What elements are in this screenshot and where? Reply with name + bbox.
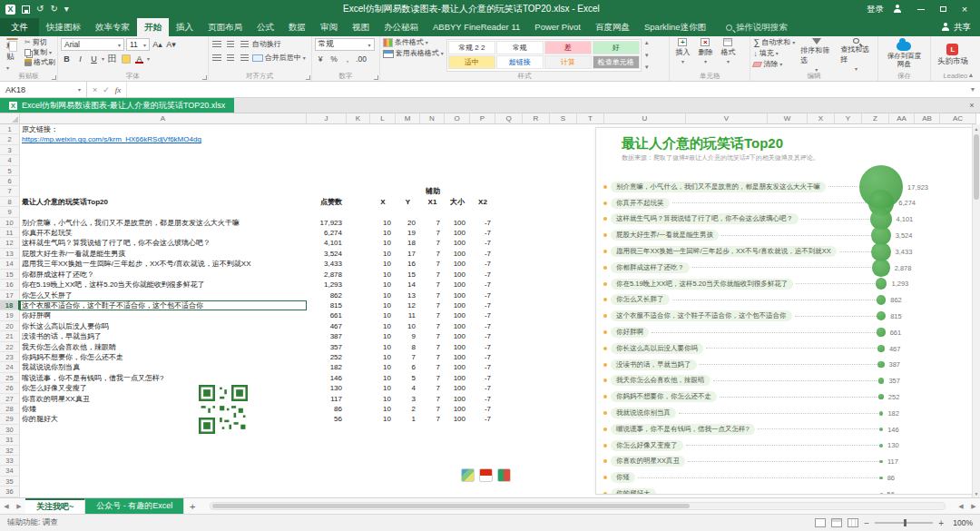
aux-cell-25-0[interactable]: 10 (370, 373, 396, 383)
row-header-14[interactable]: 14 (0, 259, 20, 269)
percent-format-button[interactable]: % (328, 53, 340, 64)
zoom-slider[interactable] (875, 522, 933, 524)
hscroll-left-icon[interactable]: ◀ (955, 498, 967, 514)
aux-cell-24-3[interactable]: 100 (445, 362, 470, 372)
row-header-31[interactable]: 31 (0, 435, 20, 445)
aux-cell-26-0[interactable]: 10 (370, 383, 396, 393)
row-header-25[interactable]: 25 (0, 373, 20, 383)
column-header-P[interactable]: P (470, 113, 495, 124)
aux-cell-12-4[interactable]: -7 (470, 238, 495, 248)
cell-K28[interactable] (347, 404, 370, 414)
aux-cell-15-2[interactable]: 7 (420, 270, 445, 280)
underline-button[interactable]: U (88, 53, 100, 64)
cell-J33[interactable] (307, 456, 347, 466)
aux-cell-16-2[interactable]: 7 (420, 280, 445, 290)
select-all-button[interactable] (0, 113, 20, 124)
zoom-in-button[interactable]: + (938, 518, 944, 528)
row-header-1[interactable]: 1 (0, 124, 20, 134)
name-box[interactable]: AK18 ▾ (0, 82, 87, 97)
aux-cell-17-0[interactable]: 10 (370, 290, 396, 300)
cell-A10[interactable]: 别介意嘛，小气什么，我们又不是故意的，都是朋友发这么大火干嘛 (20, 218, 307, 228)
cell-J1[interactable] (307, 124, 347, 134)
cell-style-2[interactable]: 差 (544, 41, 592, 54)
cell-K9[interactable] (347, 207, 370, 217)
enter-formula-icon[interactable]: ✓ (103, 85, 110, 94)
cell-K1[interactable] (347, 124, 370, 134)
ribbon-tab-3[interactable]: 开始 (137, 18, 169, 36)
aux-cell-25-2[interactable]: 7 (420, 373, 445, 383)
cell-A31[interactable] (20, 435, 307, 445)
comma-format-button[interactable]: , (342, 53, 354, 64)
format-as-table-button[interactable]: 套用表格格式 ▾ (383, 49, 444, 58)
cell-A21[interactable]: 没读书的话，早就当妈了 (20, 331, 307, 341)
aux-cell-27-1[interactable]: 3 (396, 394, 420, 404)
scroll-down-icon[interactable]: ▼ (973, 489, 980, 497)
alignment-dialog-launcher-icon[interactable] (306, 75, 310, 80)
formula-input[interactable] (127, 82, 965, 97)
aux-cell-10-2[interactable]: 7 (420, 218, 445, 228)
column-header-M[interactable]: M (396, 113, 420, 124)
row-header-17[interactable]: 17 (0, 290, 20, 300)
sheet-nav-right-icon[interactable]: ▶ (13, 498, 25, 514)
cell-A20[interactable]: 你长这么高以后没人要你吗 (20, 321, 307, 331)
column-header-Z[interactable]: Z (862, 113, 889, 124)
sign-in-button[interactable]: 登录 (867, 4, 884, 15)
aux-cell-16-0[interactable]: 10 (370, 280, 396, 290)
cell-K10[interactable] (347, 218, 370, 228)
aux-cell-24-0[interactable]: 10 (370, 362, 396, 372)
cell-A25[interactable]: 嘴说谎事，你不是有钱吗，借我一点又怎样? (20, 373, 307, 383)
column-header-N[interactable]: N (420, 113, 445, 124)
aux-cell-29-0[interactable]: 10 (370, 414, 396, 424)
row-header-2[interactable]: 2 (0, 134, 20, 144)
font-name-select[interactable]: Arial▾ (61, 38, 124, 51)
column-header-Q[interactable]: Q (495, 113, 523, 124)
aux-cell-21-2[interactable]: 7 (420, 331, 445, 341)
leadleo-button[interactable]: L 头韵市场 (934, 38, 972, 72)
aux-cell-21-4[interactable]: -7 (470, 331, 495, 341)
aux-cell-21-1[interactable]: 9 (396, 331, 420, 341)
aux-cell-23-2[interactable]: 7 (420, 352, 445, 362)
ribbon-tab-7[interactable]: 数据 (281, 18, 313, 36)
row-header-21[interactable]: 21 (0, 331, 20, 341)
formula-bar-expand-icon[interactable]: ▼ (965, 82, 980, 97)
cell-A28[interactable]: 你矮 (20, 404, 307, 414)
aux-cell-26-2[interactable]: 7 (420, 383, 445, 393)
save-to-baidu-button[interactable]: 保存到百度网盘 (881, 38, 927, 72)
column-header-S[interactable]: S (550, 113, 577, 124)
cell-A7[interactable] (20, 186, 307, 196)
cell-J36[interactable] (307, 487, 347, 497)
cell-K32[interactable] (347, 446, 370, 456)
cell-A27[interactable]: 你喜欢的明星XX真丑 (20, 394, 307, 404)
cell-A18[interactable]: 这个衣服不适合你，这个鞋子不适合你，这个包不适合你 (20, 300, 307, 310)
gallery-more-icon[interactable]: ▼ (644, 64, 650, 70)
column-header-O[interactable]: O (445, 113, 470, 124)
aux-cell-28-3[interactable]: 100 (445, 404, 470, 414)
delete-cells-button[interactable]: ×删除▾ (695, 38, 715, 72)
cell-K24[interactable] (347, 362, 370, 372)
cancel-formula-icon[interactable]: × (93, 85, 97, 94)
aux-cell-13-0[interactable]: 10 (370, 249, 396, 259)
row-header-36[interactable]: 36 (0, 487, 20, 497)
column-header-T[interactable]: T (577, 113, 604, 124)
aux-cell-17-4[interactable]: -7 (470, 290, 495, 300)
font-size-select[interactable]: 11▾ (126, 38, 150, 51)
cell-J5[interactable] (307, 166, 347, 176)
bold-button[interactable]: B (61, 53, 73, 64)
cell-K14[interactable] (347, 259, 370, 269)
cell-J35[interactable] (307, 477, 347, 487)
aux-cell-14-0[interactable]: 10 (370, 259, 396, 269)
cell-K4[interactable] (347, 155, 370, 165)
row-header-20[interactable]: 20 (0, 321, 20, 331)
cell-J31[interactable] (307, 435, 347, 445)
cell-A6[interactable] (20, 176, 307, 186)
cell-K16[interactable] (347, 280, 370, 290)
aux-cell-10-3[interactable]: 100 (445, 218, 470, 228)
aux-cell-23-4[interactable]: -7 (470, 352, 495, 362)
cell-K8[interactable] (347, 197, 370, 207)
format-cells-button[interactable]: 格式▾ (718, 38, 738, 72)
aux-cell-12-0[interactable]: 10 (370, 238, 396, 248)
vertical-scrollbar-thumb[interactable] (974, 134, 979, 200)
aux-cell-13-2[interactable]: 7 (420, 249, 445, 259)
aux-cell-23-3[interactable]: 100 (445, 352, 470, 362)
chart[interactable]: 最让人介意的玩笑话Top20 数据来源：爬取了微博#最让人介意的玩笑话#下的相关… (595, 127, 980, 495)
